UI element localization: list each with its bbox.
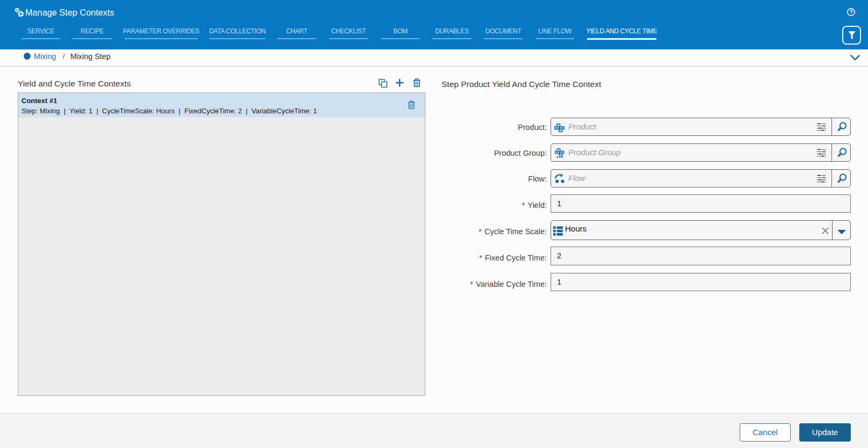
svg-text:?: ? [849, 9, 852, 15]
